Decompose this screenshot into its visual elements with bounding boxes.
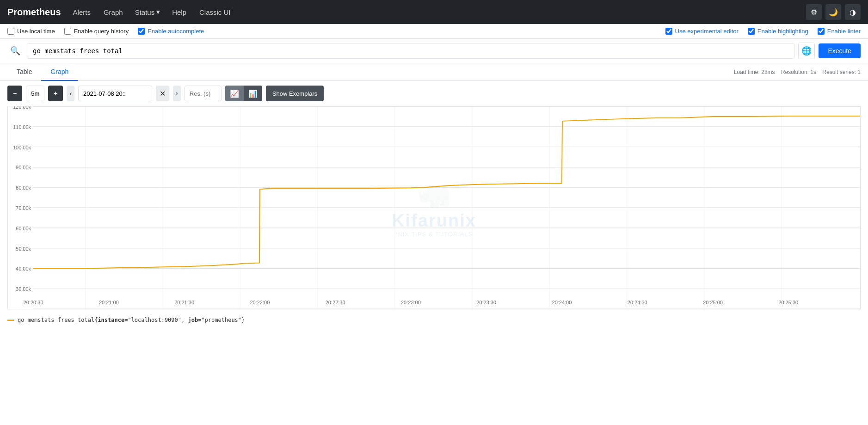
svg-text:110.00k: 110.00k [13, 124, 31, 130]
svg-text:20:22:30: 20:22:30 [326, 300, 345, 305]
tab-graph[interactable]: Graph [41, 63, 78, 81]
chart-type-buttons: 📈 📊 [225, 86, 262, 101]
use-experimental-editor-label[interactable]: Use experimental editor [665, 28, 739, 35]
svg-text:20:23:30: 20:23:30 [476, 300, 496, 305]
nav-icon-group: ⚙ 🌙 ◑ [806, 4, 861, 20]
options-right: Use experimental editor Enable highlight… [665, 28, 861, 35]
search-icon: 🔍 [7, 43, 23, 59]
resolution: Resolution: 1s [781, 69, 816, 75]
svg-text:20:22:00: 20:22:00 [250, 300, 270, 305]
enable-linter-checkbox[interactable] [818, 28, 825, 35]
decrease-duration-button[interactable]: − [7, 86, 22, 101]
show-exemplars-button[interactable]: Show Exemplars [266, 86, 324, 101]
enable-query-history-checkbox[interactable] [64, 28, 71, 35]
svg-text:90.00k: 90.00k [16, 165, 31, 170]
svg-text:100.00k: 100.00k [13, 145, 31, 150]
increase-duration-button[interactable]: + [48, 86, 63, 101]
legend-label-strong: {instance= [94, 317, 128, 323]
svg-text:20:20:30: 20:20:30 [24, 300, 43, 305]
use-local-time-label[interactable]: Use local time [7, 28, 55, 35]
enable-highlighting-checkbox[interactable] [748, 28, 755, 35]
svg-text:70.00k: 70.00k [16, 205, 31, 211]
brand-title[interactable]: Prometheus [7, 7, 61, 18]
datetime-input[interactable] [78, 86, 152, 101]
svg-text:60.00k: 60.00k [16, 226, 31, 231]
legend-color-swatch [7, 320, 14, 321]
clear-datetime-button[interactable]: ✕ [156, 86, 169, 101]
settings-button[interactable]: ⚙ [806, 4, 822, 20]
svg-text:20:24:30: 20:24:30 [628, 300, 647, 305]
globe-button[interactable]: 🌐 [798, 43, 815, 59]
svg-text:80.00k: 80.00k [16, 185, 31, 191]
prev-time-button[interactable]: ‹ [67, 86, 74, 101]
svg-text:20:21:00: 20:21:00 [99, 300, 119, 305]
svg-text:20:24:00: 20:24:00 [552, 300, 572, 305]
nav-alerts[interactable]: Alerts [72, 6, 92, 18]
resolution-input[interactable] [185, 86, 222, 101]
load-time: Load time: 28ms [734, 69, 775, 75]
tab-table[interactable]: Table [7, 63, 41, 81]
use-experimental-editor-checkbox[interactable] [665, 28, 672, 35]
nav-status-label: Status [135, 8, 155, 16]
theme-toggle-button[interactable]: 🌙 [825, 4, 841, 20]
result-series: Result series: 1 [822, 69, 861, 75]
svg-text:20:21:30: 20:21:30 [174, 300, 194, 305]
graph-toolbar: − 5m + ‹ ✕ › 📈 📊 Show Exemplars [0, 81, 868, 106]
enable-linter-label[interactable]: Enable linter [818, 28, 861, 35]
line-chart-button[interactable]: 📈 [225, 86, 244, 101]
navbar: Prometheus Alerts Graph Status ▾ Help Cl… [0, 0, 868, 24]
execute-button[interactable]: Execute [819, 43, 861, 58]
stacked-chart-button[interactable]: 📊 [244, 86, 262, 101]
nav-status-dropdown[interactable]: Status ▾ [135, 8, 160, 16]
svg-text:20:23:00: 20:23:00 [401, 300, 421, 305]
chart-container: 🦏 Kifarunix *NIX TIPS & TUTORIALS [0, 106, 868, 313]
chart-svg: 120.00k 110.00k 100.00k 90.00k 80.00k 70… [8, 106, 860, 309]
nav-classic-ui[interactable]: Classic UI [198, 6, 232, 18]
svg-text:120.00k: 120.00k [13, 106, 31, 110]
contrast-button[interactable]: ◑ [845, 4, 861, 20]
enable-autocomplete-label[interactable]: Enable autocomplete [138, 28, 204, 35]
query-input[interactable] [27, 43, 794, 59]
chevron-down-icon: ▾ [156, 8, 160, 16]
tab-meta: Load time: 28ms Resolution: 1s Result se… [734, 69, 861, 75]
chart-legend: go_memstats_frees_total{instance="localh… [0, 313, 868, 327]
enable-autocomplete-checkbox[interactable] [138, 28, 145, 35]
svg-text:20:25:00: 20:25:00 [703, 300, 723, 305]
query-bar: 🔍 🌐 Execute [0, 39, 868, 63]
svg-text:40.00k: 40.00k [16, 266, 31, 271]
use-local-time-checkbox[interactable] [7, 28, 14, 35]
duration-display: 5m [26, 86, 44, 101]
svg-text:50.00k: 50.00k [16, 246, 31, 252]
tabs-row: Table Graph Load time: 28ms Resolution: … [0, 63, 868, 81]
svg-text:30.00k: 30.00k [16, 286, 31, 292]
enable-highlighting-label[interactable]: Enable highlighting [748, 28, 808, 35]
legend-label: go_memstats_frees_total{instance="localh… [18, 317, 245, 323]
enable-query-history-label[interactable]: Enable query history [64, 28, 129, 35]
nav-graph[interactable]: Graph [103, 6, 124, 18]
svg-text:20:25:30: 20:25:30 [778, 300, 798, 305]
chart-area: 🦏 Kifarunix *NIX TIPS & TUTORIALS [7, 106, 861, 309]
nav-help[interactable]: Help [171, 6, 187, 18]
options-bar: Use local time Enable query history Enab… [0, 24, 868, 39]
next-time-button[interactable]: › [173, 86, 181, 101]
